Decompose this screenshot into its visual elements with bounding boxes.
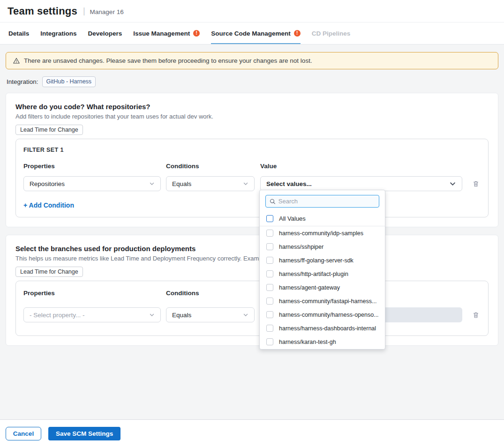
dropdown-option[interactable]: harness-community/fastapi-harness...	[260, 294, 385, 308]
branch-property-select[interactable]: - Select property... -	[23, 307, 161, 322]
checkbox[interactable]	[266, 325, 273, 332]
conditions-column-label: Conditions	[166, 163, 255, 170]
dropdown-option-label: harness-community/harness-openso...	[279, 312, 379, 318]
tab-developers-label: Developers	[88, 30, 122, 37]
footer-action-bar: Cancel Save SCM Settings	[0, 419, 504, 447]
dropdown-option[interactable]: harness/ff-golang-server-sdk	[260, 253, 385, 267]
lead-time-tag: Lead Time for Change	[15, 125, 83, 135]
integration-chip[interactable]: GitHub - Harness	[42, 76, 96, 87]
tab-developers[interactable]: Developers	[88, 22, 122, 44]
chevron-down-icon	[149, 181, 155, 186]
chevron-down-icon	[449, 180, 456, 187]
integration-label: Integration:	[7, 78, 38, 85]
dropdown-option-label: harness/ff-golang-server-sdk	[279, 257, 354, 264]
dropdown-option[interactable]: harness-community/harness-openso...	[260, 308, 385, 321]
checkbox[interactable]	[266, 257, 273, 264]
page-title: Team settings	[8, 5, 77, 17]
save-scm-settings-button[interactable]: Save SCM Settings	[48, 427, 120, 440]
checkbox[interactable]	[266, 311, 273, 318]
cancel-button[interactable]: Cancel	[6, 427, 41, 440]
chevron-down-icon	[243, 312, 248, 318]
tab-integrations-label: Integrations	[40, 30, 76, 37]
dropdown-option[interactable]: harness-community/idp-samples	[260, 226, 385, 240]
add-condition-button[interactable]: + Add Condition	[23, 201, 74, 209]
condition-select-value: Equals	[172, 180, 191, 187]
dropdown-option-label: harness-community/fastapi-harness...	[279, 298, 376, 305]
value-dropdown-panel: All Values harness-community/idp-samples…	[259, 190, 385, 350]
checkbox[interactable]	[266, 298, 273, 305]
repositories-card-title: Where do you code? What repositories?	[15, 103, 489, 111]
dropdown-option-label: harness/agent-gateway	[279, 284, 340, 291]
dropdown-option[interactable]: harness/agent-gateway	[260, 281, 385, 294]
branch-property-placeholder: - Select property... -	[30, 312, 85, 319]
repositories-card-subtitle: Add filters to include repositories that…	[15, 113, 489, 120]
checkbox[interactable]	[266, 284, 273, 291]
value-multiselect-placeholder: Select values...	[266, 180, 312, 187]
checkbox[interactable]	[266, 243, 273, 250]
delete-filter-button[interactable]	[471, 310, 481, 320]
property-select-value: Repositories	[30, 180, 65, 187]
dropdown-option[interactable]: harness/harness-dashboards-internal	[260, 321, 385, 335]
branches-card-subtitle: This helps us measure metrics like Lead …	[15, 255, 489, 262]
integration-row: Integration: GitHub - Harness	[7, 76, 497, 87]
branches-card-title: Select the branches used for production …	[15, 245, 489, 253]
repositories-card: Where do you code? What repositories? Ad…	[6, 93, 498, 227]
page-header: Team settings | Manager 16	[0, 0, 504, 22]
tab-issue-management-label: Issue Management	[133, 30, 190, 37]
tab-cd-pipelines: CD Pipelines	[312, 22, 351, 44]
value-column-label: Value	[260, 163, 462, 170]
branches-filter-box: Properties Conditions - Select property.…	[15, 281, 489, 336]
all-values-option[interactable]: All Values	[260, 211, 385, 226]
tab-issue-management[interactable]: Issue Management !	[133, 22, 200, 44]
properties-column-label: Properties	[23, 163, 161, 170]
dropdown-option-label: harness/http-artifact-plugin	[279, 271, 348, 277]
team-name-subtitle: Manager 16	[90, 7, 124, 15]
tab-integrations[interactable]: Integrations	[40, 22, 76, 44]
unsaved-changes-banner: There are unsaved changes. Please save t…	[6, 52, 498, 69]
title-divider: |	[83, 6, 85, 16]
dropdown-option-label: harness/karan-test-gh	[279, 339, 336, 345]
dropdown-search-input[interactable]	[278, 198, 375, 205]
checkbox[interactable]	[266, 230, 273, 237]
branches-card: Select the branches used for production …	[6, 235, 498, 346]
property-select[interactable]: Repositories	[23, 176, 161, 191]
dropdown-option[interactable]: harness/http-artifact-plugin	[260, 267, 385, 281]
tab-cd-pipelines-label: CD Pipelines	[312, 30, 351, 37]
filter-row: - Select property... - Equals	[23, 307, 481, 322]
condition-select[interactable]: Equals	[166, 176, 255, 191]
filter-row: Repositories Equals Select values...	[23, 176, 481, 191]
checkbox[interactable]	[266, 270, 273, 277]
value-multiselect[interactable]: Select values...	[260, 176, 462, 191]
conditions-column-label: Conditions	[166, 290, 255, 297]
dropdown-option-label: harness-community/idp-samples	[279, 230, 363, 237]
tab-source-code-management[interactable]: Source Code Management !	[211, 22, 301, 44]
delete-filter-button[interactable]	[471, 179, 481, 189]
chevron-down-icon	[149, 312, 155, 318]
checkbox[interactable]	[266, 338, 273, 345]
branch-condition-value: Equals	[172, 312, 191, 319]
warning-badge-icon: !	[193, 30, 200, 37]
tab-source-code-management-label: Source Code Management	[211, 30, 291, 37]
filter-set-1-box: FILTER SET 1 Properties Conditions Value…	[15, 139, 489, 217]
filter-set-title: FILTER SET 1	[23, 147, 481, 153]
tab-details[interactable]: Details	[8, 22, 29, 44]
checkbox-all-values[interactable]	[266, 215, 273, 222]
filter-column-labels: Properties Conditions Value	[23, 163, 481, 170]
trash-icon	[472, 311, 480, 319]
dropdown-search[interactable]	[265, 195, 379, 208]
dropdown-option-clipped[interactable]: harness/…	[260, 349, 385, 350]
tabs-bar: Details Integrations Developers Issue Ma…	[0, 22, 504, 45]
dropdown-option[interactable]: harness/karan-test-gh	[260, 335, 385, 349]
dropdown-option-label: harness/sshpiper	[279, 244, 323, 250]
properties-column-label: Properties	[23, 290, 161, 297]
branch-condition-select[interactable]: Equals	[166, 307, 255, 322]
dropdown-option[interactable]: harness/sshpiper	[260, 240, 385, 253]
tab-details-label: Details	[8, 30, 29, 37]
lead-time-tag: Lead Time for Change	[15, 267, 83, 277]
all-values-label: All Values	[279, 215, 306, 222]
warning-triangle-icon	[13, 57, 20, 65]
trash-icon	[472, 180, 480, 188]
add-condition-label: + Add Condition	[23, 201, 74, 209]
warning-badge-icon: !	[294, 30, 301, 37]
filter-column-labels: Properties Conditions	[23, 290, 481, 297]
